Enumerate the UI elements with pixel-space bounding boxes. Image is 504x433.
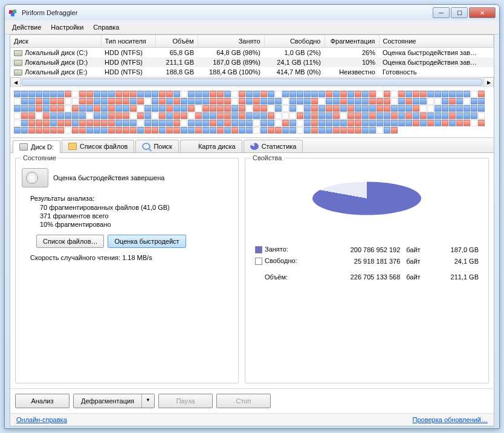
tab-map[interactable]: Карта диска <box>180 140 242 152</box>
stats-icon <box>250 143 259 150</box>
props-groupbox: Свойства Занято: 200 786 952 192 байт 18… <box>245 158 489 383</box>
state-headline: Оценка быстродействия завершена <box>53 174 164 181</box>
app-icon <box>8 8 18 18</box>
drive-table: Диск Тип носителя Объём Занято Свободно … <box>10 35 494 77</box>
pause-button[interactable]: Пауза <box>158 394 213 408</box>
statusbar: Онлайн-справка Проверка обновлений… <box>10 413 494 426</box>
read-speed: Скорость случайного чтения: 1.18 MB/s <box>22 252 232 270</box>
row-used: Занято: 200 786 952 192 байт 187,0 GB <box>253 244 481 255</box>
result-percent: 10% фрагментировано <box>22 220 232 229</box>
benchmark-button[interactable]: Оценка быстродейст <box>108 235 186 248</box>
menubar: Действие Настройки Справка <box>5 21 499 34</box>
col-free[interactable]: Свободно <box>264 35 325 48</box>
props-table: Занято: 200 786 952 192 байт 187,0 GB Св… <box>251 243 482 283</box>
table-row[interactable]: Локальный диск (D:)HDD (NTFS)211,1 GB187… <box>10 57 494 67</box>
col-state[interactable]: Состояние <box>379 35 494 48</box>
stop-button[interactable]: Стоп <box>216 394 271 408</box>
horizontal-scrollbar[interactable]: ◀ ▶ <box>10 77 494 87</box>
svg-rect-2 <box>11 13 15 17</box>
used-color-icon <box>255 246 262 253</box>
online-help-link[interactable]: Онлайн-справка <box>16 416 67 423</box>
analysis-results: Результаты анализа: 70 фрагментированных… <box>22 194 232 229</box>
disk-icon <box>14 50 22 56</box>
menu-settings[interactable]: Настройки <box>46 22 88 33</box>
col-size[interactable]: Объём <box>155 35 198 48</box>
app-window: Piriform Defraggler ─ ☐ ✕ Действие Настр… <box>4 4 500 429</box>
col-media[interactable]: Тип носителя <box>101 35 155 48</box>
results-header: Результаты анализа: <box>22 194 232 203</box>
maximize-button[interactable]: ☐ <box>451 7 468 18</box>
analyze-button[interactable]: Анализ <box>15 394 69 408</box>
minimize-button[interactable]: ─ <box>433 7 450 18</box>
tab-search[interactable]: Поиск <box>135 140 178 152</box>
status-area: Состояние Оценка быстродействия завершен… <box>10 153 494 388</box>
table-row[interactable]: Локальный диск (C:)HDD (NTFS)65,8 GB64,8… <box>10 48 494 58</box>
titlebar: Piriform Defraggler ─ ☐ ✕ <box>5 5 499 21</box>
chart-icon <box>187 143 195 150</box>
col-used[interactable]: Занято <box>198 35 264 48</box>
tab-stats[interactable]: Статистика <box>244 140 303 152</box>
disk-icon <box>14 70 22 76</box>
file-list-button[interactable]: Список файлов… <box>36 235 104 248</box>
window-controls: ─ ☐ ✕ <box>433 7 496 18</box>
menu-help[interactable]: Справка <box>88 22 124 33</box>
row-free: Свободно: 25 918 181 376 байт 24,1 GB <box>253 256 481 266</box>
col-frag[interactable]: Фрагментация <box>325 35 379 48</box>
tab-disk[interactable]: Диск D: <box>13 140 60 153</box>
bottom-buttons: Анализ Дефрагментация▼ Пауза Стоп <box>10 388 494 413</box>
close-button[interactable]: ✕ <box>469 7 496 18</box>
table-row[interactable]: Локальный диск (E:)HDD (NTFS)188,8 GB188… <box>10 67 494 77</box>
state-groupbox: Состояние Оценка быстродействия завершен… <box>15 158 239 383</box>
search-icon <box>142 143 150 150</box>
state-legend: Состояние <box>21 154 59 161</box>
col-disk[interactable]: Диск <box>10 35 101 48</box>
free-color-icon <box>255 258 262 265</box>
folder-icon <box>68 143 77 150</box>
row-total: Объём: 226 705 133 568 байт 211,1 GB <box>253 272 481 282</box>
scroll-right-icon[interactable]: ▶ <box>483 77 494 88</box>
result-fragments-total: 371 фрагментов всего <box>22 212 232 220</box>
disk-icon <box>14 60 22 66</box>
chevron-down-icon[interactable]: ▼ <box>142 394 154 408</box>
check-updates-link[interactable]: Проверка обновлений… <box>413 416 488 423</box>
menu-action[interactable]: Действие <box>7 22 46 33</box>
disk-icon <box>19 143 28 151</box>
scroll-left-icon[interactable]: ◀ <box>10 77 21 88</box>
hdd-icon <box>22 168 48 187</box>
props-legend: Свойства <box>250 154 284 161</box>
tab-files[interactable]: Список файлов <box>62 140 134 152</box>
drive-map[interactable] <box>10 87 494 137</box>
tabs: Диск D: Список файлов Поиск Карта диска … <box>10 137 494 153</box>
content: Диск Тип носителя Объём Занято Свободно … <box>10 34 494 426</box>
result-fragmented-files: 70 фрагментированных файлов (41,0 GB) <box>22 203 232 212</box>
window-title: Piriform Defraggler <box>22 9 77 16</box>
defrag-button[interactable]: Дефрагментация▼ <box>73 394 155 408</box>
pie-chart <box>251 168 482 235</box>
